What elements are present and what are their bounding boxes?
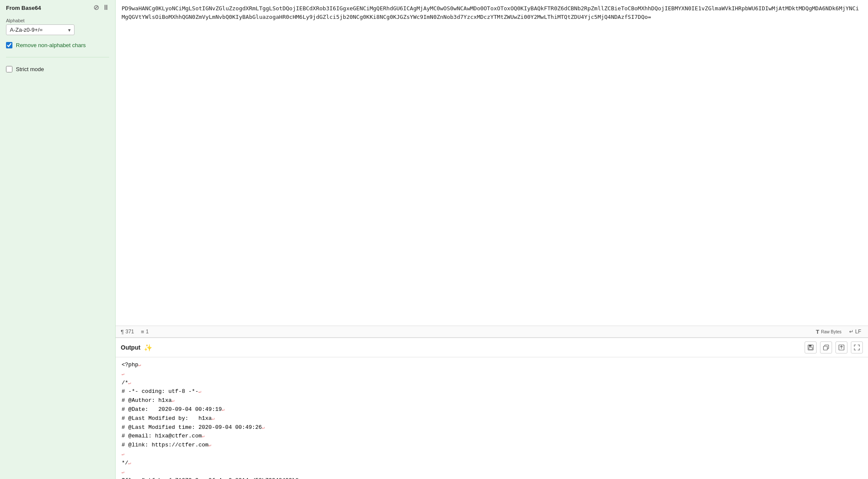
strict-mode-row: Strict mode — [6, 66, 109, 72]
status-bar-right: TRaw Bytes ↵ LF — [814, 328, 863, 336]
input-text: PD9waHANCg0KLyoNCiMgLSotIGNvZGluZzogdXRm… — [122, 5, 859, 20]
output-line: $flag="ctfshow{c71073a3-ee0f-4cc0-8014-d… — [122, 476, 862, 479]
newline-marker: ↵ — [198, 389, 201, 394]
arrow-icon: ↵ — [849, 329, 853, 335]
status-bar: ¶ 371 ≡ 1 TRaw Bytes ↵ LF — [116, 326, 868, 338]
output-line: ↵ — [122, 450, 862, 459]
newline-marker: ↵ — [222, 407, 225, 412]
lf-label: LF — [855, 329, 861, 335]
svg-rect-2 — [809, 347, 812, 350]
line-count-item: ≡ 1 — [141, 329, 149, 335]
input-area[interactable]: PD9waHANCg0KLyoNCiMgLSotIGNvZGluZzogdXRm… — [116, 0, 868, 326]
raw-bytes-label: Raw Bytes — [821, 329, 841, 334]
save-button[interactable] — [805, 341, 817, 353]
alphabet-row: Alphabet A-Za-z0-9+/= A-Za-z0-9-_ A-Za-z… — [6, 18, 109, 48]
line-count: 1 — [146, 329, 149, 335]
newline-marker: ↵ — [262, 425, 265, 430]
remove-nonalpha-checkbox[interactable] — [6, 42, 12, 48]
raw-bytes-button[interactable]: TRaw Bytes — [814, 328, 843, 336]
fullscreen-button[interactable] — [851, 341, 863, 353]
newline-marker: ↵ — [202, 434, 205, 439]
font-icon: T — [816, 329, 819, 335]
output-line: # @link: https://ctfer.com↵ — [122, 441, 862, 450]
right-panel: PD9waHANCg0KLyoNCiMgLSotIGNvZGluZzogdXRm… — [116, 0, 868, 479]
status-bar-left: ¶ 371 ≡ 1 — [121, 329, 814, 335]
char-count-item: ¶ 371 — [121, 329, 134, 335]
panel-title: From Base64 — [6, 5, 41, 11]
lf-button[interactable]: ↵ LF — [847, 328, 863, 335]
remove-nonalpha-label[interactable]: Remove non-alphabet chars — [16, 42, 86, 48]
svg-rect-1 — [809, 345, 811, 347]
newline-marker: ↵ — [122, 371, 125, 377]
newline-marker: ↵ — [128, 461, 131, 466]
output-line: <?php↵ — [122, 361, 862, 370]
alphabet-label: Alphabet — [6, 18, 75, 23]
alphabet-select[interactable]: A-Za-z0-9+/= A-Za-z0-9-_ A-Za-z0-9-_= — [6, 24, 75, 35]
newline-marker: ↵ — [212, 416, 215, 421]
output-panel: Output ✨ — [116, 338, 868, 479]
newline-marker: ↵ — [122, 470, 125, 475]
output-line: # @Last Modified time: 2020-09-04 00:49:… — [122, 423, 862, 432]
char-count-icon: ¶ — [121, 329, 124, 335]
output-line: # @email: h1xa@ctfer.com↵ — [122, 432, 862, 441]
panel-body: Alphabet A-Za-z0-9+/= A-Za-z0-9-_ A-Za-z… — [0, 15, 115, 78]
panel-header-icons: ⊘ ⏸ — [93, 4, 109, 11]
alphabet-field: Alphabet A-Za-z0-9+/= A-Za-z0-9-_ A-Za-z… — [6, 18, 75, 35]
pause-icon[interactable]: ⏸ — [102, 4, 109, 11]
strict-mode-checkbox[interactable] — [6, 66, 12, 72]
newline-marker: ↵ — [172, 398, 175, 403]
copy-button[interactable] — [820, 341, 832, 353]
options-divider — [6, 57, 109, 57]
strict-mode-label[interactable]: Strict mode — [16, 66, 44, 72]
char-count: 371 — [125, 329, 134, 335]
panel-header: From Base64 ⊘ ⏸ — [0, 0, 115, 15]
output-content: <?php↵ ↵ /*↵ # -*- coding: utf-8 -*-↵ # … — [116, 357, 868, 479]
output-line: */↵ — [122, 459, 862, 468]
newline-marker: ↵ — [138, 362, 141, 368]
newline-marker: ↵ — [128, 380, 131, 386]
output-line: # @Date: 2020-09-04 00:49:19↵ — [122, 405, 862, 414]
remove-nonalpha-row: Remove non-alphabet chars — [6, 42, 86, 48]
output-line: # @Last Modified by: h1xa↵ — [122, 414, 862, 423]
disable-icon[interactable]: ⊘ — [93, 4, 99, 11]
output-line: # -*- coding: utf-8 -*-↵ — [122, 387, 862, 396]
line-count-icon: ≡ — [141, 329, 144, 335]
output-title: Output — [121, 344, 140, 351]
svg-rect-4 — [823, 346, 827, 350]
upload-button[interactable] — [835, 341, 847, 353]
output-line: /*↵ — [122, 379, 862, 388]
output-header: Output ✨ — [116, 338, 868, 357]
left-panel: From Base64 ⊘ ⏸ Alphabet A-Za-z0-9+/= A-… — [0, 0, 116, 479]
alphabet-select-wrapper: A-Za-z0-9+/= A-Za-z0-9-_ A-Za-z0-9-_= ▼ — [6, 24, 75, 35]
output-header-left: Output ✨ — [121, 344, 152, 352]
output-line: ↵ — [122, 370, 862, 379]
output-line: ↵ — [122, 468, 862, 477]
output-header-right — [805, 341, 863, 353]
output-line: # @Author: h1xa↵ — [122, 396, 862, 405]
magic-wand-icon[interactable]: ✨ — [144, 344, 152, 352]
newline-marker: ↵ — [209, 443, 212, 448]
newline-marker: ↵ — [122, 452, 125, 457]
